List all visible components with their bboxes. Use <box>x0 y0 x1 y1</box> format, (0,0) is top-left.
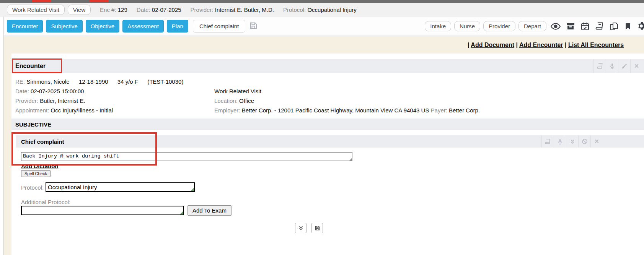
patient-age-sex: 34 y/o F <box>117 78 138 85</box>
left-gutter <box>0 17 4 255</box>
chief-complaint-header: Chief complaint <box>16 135 644 148</box>
date-label: Date: <box>15 88 29 94</box>
location-line: Location: Office <box>214 97 254 104</box>
appointment-line: Appointment: Occ Injury/Illness - Initia… <box>15 107 113 114</box>
encounter-header-actions: ✕ <box>593 59 642 73</box>
bookmark-icon[interactable] <box>623 21 633 32</box>
enc-provider-value: Internist E. Butler, M.D. <box>215 6 274 13</box>
enc-provider-field: Provider: Internist E. Butler, M.D. <box>191 6 274 13</box>
patient-dob: 12-18-1990 <box>79 78 108 85</box>
add-document-link[interactable]: Add Document <box>471 42 514 48</box>
current-form-button[interactable]: Chief complaint <box>193 20 245 32</box>
provider-label: Provider: <box>15 97 38 104</box>
encounter-action-links: | Add Document | Add Encounter | List Al… <box>468 42 624 49</box>
soap-navigation-toolbar: Encounter Subjective Objective Assessmen… <box>0 17 644 36</box>
chief-complaint-title: Chief complaint <box>21 138 64 145</box>
depart-button[interactable]: Depart <box>518 21 546 31</box>
employer-payer-line: Employer: Better Corp. - 12001 Pacific C… <box>214 107 480 114</box>
provider-value: Butler, Internist E. <box>40 97 85 104</box>
enc-date-value: 02-07-2025 <box>152 6 181 13</box>
subjective-section-header: SUBJECTIVE <box>11 119 644 130</box>
enc-date-label: Date: <box>137 6 150 13</box>
encounter-section-title: Encounter <box>15 63 46 70</box>
tab-plan[interactable]: Plan <box>167 20 188 32</box>
visit-type-value: Work Related Visit <box>214 88 261 94</box>
encounter-page: | Add Document | Add Encounter | List Al… <box>4 36 644 255</box>
protocol-input[interactable] <box>46 182 195 192</box>
encounter-summary-toolbar: Work Related Visit View Enc #: 129 Date:… <box>0 3 644 16</box>
archive-icon[interactable] <box>565 21 576 32</box>
close-icon[interactable]: ✕ <box>630 59 642 73</box>
re-label: RE: <box>15 78 25 85</box>
visit-type-line: Work Related Visit <box>214 88 261 94</box>
enc-number-field: Enc #: 129 <box>100 6 127 13</box>
enc-provider-label: Provider: <box>191 6 214 13</box>
copy-icon[interactable] <box>608 21 620 32</box>
list-all-encounters-link[interactable]: List All Encounters <box>568 42 624 48</box>
patient-name: Simmons, Nicole <box>26 78 70 85</box>
disable-icon[interactable] <box>578 135 590 148</box>
date-value: 02-07-2025 15:00:00 <box>31 88 84 94</box>
link-separator: | <box>516 42 518 48</box>
stage-and-tools: Intake Nurse Provider Depart <box>425 21 643 32</box>
chief-complaint-header-actions: ✕ <box>541 135 603 148</box>
tab-encounter[interactable]: Encounter <box>7 20 43 32</box>
additional-protocol-label: Additional Protocol: <box>21 199 70 205</box>
patient-identity-line: RE: Simmons, Nicole 12-18-1990 34 y/o F … <box>15 78 183 85</box>
provider-line: Provider: Butler, Internist E. <box>15 97 85 104</box>
location-label: Location: <box>214 97 238 104</box>
chief-complaint-textarea[interactable]: Back Injury @ work during shift <box>21 152 352 161</box>
protocol-label: Protocol: <box>21 184 44 191</box>
visit-type-button[interactable]: Work Related Visit <box>7 5 65 15</box>
add-dictation-link[interactable]: Add Dictation <box>21 163 59 169</box>
book-icon[interactable] <box>541 135 554 148</box>
collapse-form-button[interactable] <box>295 223 307 233</box>
enc-number-value: 129 <box>118 6 127 13</box>
calendar-check-icon[interactable] <box>579 21 591 32</box>
tab-objective[interactable]: Objective <box>86 20 120 32</box>
tab-subjective[interactable]: Subjective <box>46 20 82 32</box>
tab-accent-bar <box>32 0 51 2</box>
enc-protocol-label: Protocol: <box>283 6 306 13</box>
microphone-icon[interactable] <box>606 59 618 73</box>
link-separator: | <box>468 42 469 48</box>
save-icon[interactable] <box>249 21 258 31</box>
provider-button[interactable]: Provider <box>483 21 515 31</box>
nurse-button[interactable]: Nurse <box>454 21 480 31</box>
link-separator: | <box>565 42 566 48</box>
pencil-icon[interactable] <box>618 59 630 73</box>
microphone-icon[interactable] <box>554 135 566 148</box>
add-to-exam-button[interactable]: Add To Exam <box>187 205 232 216</box>
location-value: Office <box>239 97 254 104</box>
spell-check-button[interactable]: Spell Check <box>21 170 51 177</box>
enc-date-field: Date: 02-07-2025 <box>137 6 181 13</box>
book-icon[interactable] <box>593 59 606 73</box>
enc-number-label: Enc #: <box>100 6 116 13</box>
intake-button[interactable]: Intake <box>425 21 451 31</box>
tab-assessment[interactable]: Assessment <box>122 20 164 32</box>
app-window: Work Related Visit View Enc #: 129 Date:… <box>0 0 644 255</box>
employer-label: Employer: <box>214 107 240 114</box>
save-form-button[interactable] <box>311 223 323 233</box>
book-icon[interactable] <box>594 21 605 32</box>
browser-tab-strip <box>0 0 644 3</box>
subjective-title: SUBJECTIVE <box>15 121 51 128</box>
gear-icon[interactable] <box>636 21 644 32</box>
add-encounter-link[interactable]: Add Encounter <box>519 42 563 48</box>
tab-accent-bar <box>89 0 108 2</box>
view-button[interactable]: View <box>68 5 91 15</box>
additional-protocol-input[interactable] <box>21 206 184 215</box>
enc-protocol-value: Occupational Injury <box>307 6 356 13</box>
encounter-section-header: Encounter <box>11 59 644 73</box>
close-icon[interactable]: ✕ <box>590 135 603 148</box>
appointment-label: Appointment: <box>15 107 49 114</box>
collapse-icon[interactable] <box>566 135 578 148</box>
eye-icon[interactable] <box>549 21 562 32</box>
enc-protocol-field: Protocol: Occupational Injury <box>283 6 357 13</box>
appointment-value: Occ Injury/Illness - Initial <box>51 107 113 114</box>
payer-value: Better Corp. <box>449 107 480 114</box>
encounter-form-panel: Encounter <box>11 54 644 255</box>
patient-id: (TEST-10030) <box>147 78 183 85</box>
encounter-date-line: Date: 02-07-2025 15:00:00 <box>15 88 84 94</box>
payer-label: Payer: <box>431 107 447 114</box>
